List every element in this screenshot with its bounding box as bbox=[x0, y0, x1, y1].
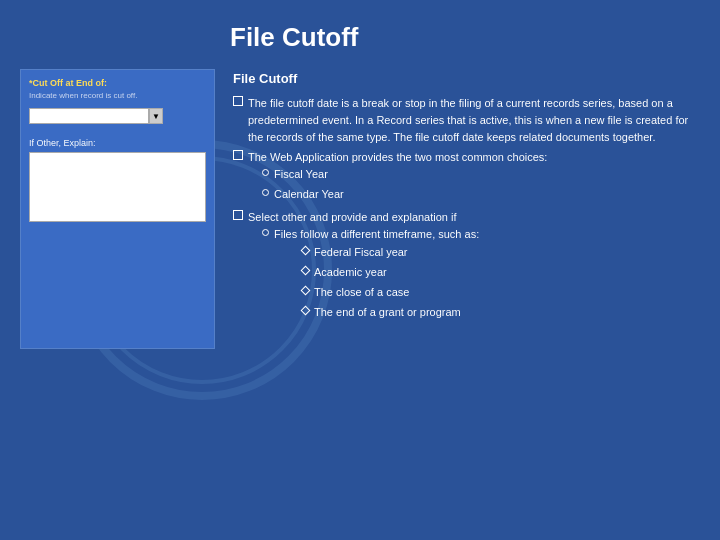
other-label: If Other, Explain: bbox=[29, 138, 206, 148]
bullet-1: The file cutoff date is a break or stop … bbox=[233, 95, 700, 146]
circle-icon-fiscal bbox=[262, 169, 269, 176]
page-title: File Cutoff bbox=[0, 0, 720, 69]
subsub-academic-text: Academic year bbox=[314, 264, 387, 281]
subsub-federal-text: Federal Fiscal year bbox=[314, 244, 408, 261]
bullet-3-content: Select other and provide and explanation… bbox=[248, 209, 479, 326]
circle-icon-calendar bbox=[262, 189, 269, 196]
diamond-icon-academic bbox=[301, 265, 311, 275]
subsub-grant-text: The end of a grant or program bbox=[314, 304, 461, 321]
sub-bullet-fiscal: Fiscal Year bbox=[262, 166, 547, 183]
subsub-grant: The end of a grant or program bbox=[302, 304, 479, 321]
subsub-academic: Academic year bbox=[302, 264, 479, 281]
cutoff-input[interactable] bbox=[29, 108, 149, 124]
sub-bullet-calendar: Calendar Year bbox=[262, 186, 547, 203]
bullet-square-icon-1 bbox=[233, 96, 243, 106]
diamond-icon-close bbox=[301, 285, 311, 295]
text-panel-title: File Cutoff bbox=[233, 69, 700, 89]
bullet-1-text: The file cutoff date is a break or stop … bbox=[248, 95, 700, 146]
cutoff-field-hint: Indicate when record is cut off. bbox=[29, 91, 206, 100]
bullet-2: The Web Application provides the two mos… bbox=[233, 149, 700, 206]
bullet-3: Select other and provide and explanation… bbox=[233, 209, 700, 326]
sub-bullet-fiscal-text: Fiscal Year bbox=[274, 166, 328, 183]
bullet-3-text: Select other and provide and explanation… bbox=[248, 209, 479, 226]
content-area: *Cut Off at End of: Indicate when record… bbox=[0, 69, 720, 349]
sub-bullet-calendar-text: Calendar Year bbox=[274, 186, 344, 203]
dropdown-arrow-icon[interactable]: ▼ bbox=[149, 108, 163, 124]
sub-bullet-files-text: Files follow a different timeframe, such… bbox=[274, 226, 479, 243]
sub-bullet-files-content: Files follow a different timeframe, such… bbox=[274, 226, 479, 323]
cutoff-field-label: *Cut Off at End of: bbox=[29, 78, 206, 88]
other-explain-textarea[interactable] bbox=[29, 152, 206, 222]
bullet-square-icon-3 bbox=[233, 210, 243, 220]
diamond-icon-federal bbox=[301, 245, 311, 255]
text-panel: File Cutoff The file cutoff date is a br… bbox=[233, 69, 700, 349]
sub-bullet-files: Files follow a different timeframe, such… bbox=[262, 226, 479, 323]
bullet-2-content: The Web Application provides the two mos… bbox=[248, 149, 547, 206]
diamond-icon-grant bbox=[301, 305, 311, 315]
subsub-federal: Federal Fiscal year bbox=[302, 244, 479, 261]
form-panel: *Cut Off at End of: Indicate when record… bbox=[20, 69, 215, 349]
subsub-close: The close of a case bbox=[302, 284, 479, 301]
bullet-square-icon-2 bbox=[233, 150, 243, 160]
cutoff-input-row: ▼ bbox=[29, 108, 206, 124]
circle-icon-files bbox=[262, 229, 269, 236]
subsub-close-text: The close of a case bbox=[314, 284, 409, 301]
bullet-2-text: The Web Application provides the two mos… bbox=[248, 149, 547, 166]
